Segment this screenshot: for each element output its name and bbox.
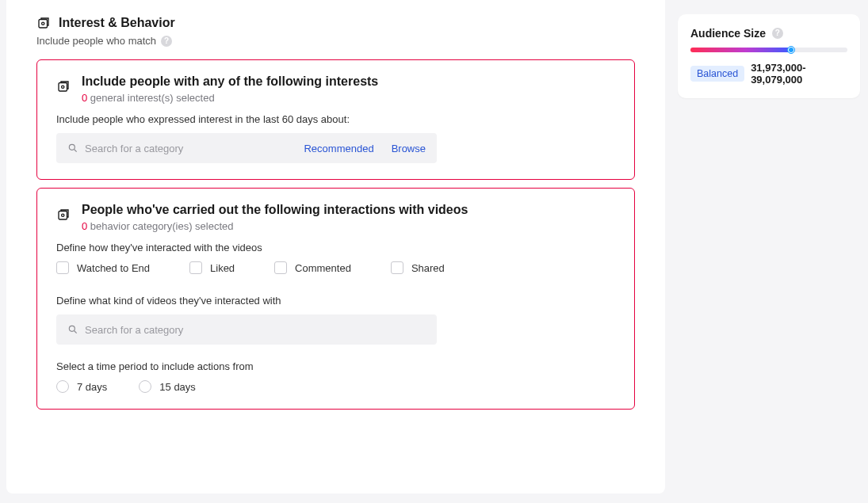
svg-point-7 (69, 326, 75, 331)
target-icon (36, 16, 51, 30)
help-icon[interactable]: ? (772, 28, 783, 39)
radio-15days[interactable]: 15 days (139, 380, 196, 393)
browse-link[interactable]: Browse (392, 143, 426, 154)
audience-range: 31,973,000-39,079,000 (751, 62, 847, 86)
section-subtitle: Include people who match ? (36, 35, 635, 47)
video-kind-label: Define what kind of videos they've inter… (56, 295, 615, 307)
svg-rect-5 (59, 211, 67, 220)
checkbox-shared[interactable]: Shared (391, 261, 445, 274)
audience-badge: Balanced (690, 66, 744, 82)
svg-point-4 (69, 144, 75, 150)
section-title: Interest & Behavior (59, 16, 175, 30)
interests-title: Include people with any of the following… (82, 74, 378, 89)
audience-panel: Audience Size ? Balanced 31,973,000-39,0… (678, 14, 860, 98)
section-header: Interest & Behavior (36, 16, 635, 30)
behaviors-title: People who've carried out the following … (82, 203, 468, 217)
interests-card: Include people with any of the following… (36, 59, 635, 180)
svg-point-6 (62, 214, 64, 216)
help-icon[interactable]: ? (161, 36, 172, 47)
interests-search-row: Recommended Browse (56, 133, 437, 163)
audience-size-info: Balanced 31,973,000-39,079,000 (690, 62, 847, 86)
interaction-label: Define how they've interacted with the v… (56, 242, 615, 253)
checkbox-shared-input[interactable] (391, 261, 403, 274)
checkbox-commented-input[interactable] (274, 261, 287, 274)
target-icon (56, 74, 71, 93)
audience-size-fill (690, 48, 791, 52)
radio-7days[interactable]: 7 days (56, 380, 107, 393)
side-panel: Audience Size ? Balanced 31,973,000-39,0… (678, 0, 868, 503)
behaviors-count: 0 behavior category(ies) selected (82, 220, 468, 232)
svg-rect-2 (59, 83, 67, 92)
radio-7days-input[interactable] (56, 380, 69, 393)
checkbox-liked[interactable]: Liked (189, 261, 235, 274)
interests-count: 0 general interest(s) selected (82, 92, 378, 104)
search-icon (67, 324, 78, 335)
main-panel: Interest & Behavior Include people who m… (6, 0, 665, 493)
period-radios: 7 days 15 days (56, 380, 615, 393)
radio-15days-input[interactable] (139, 380, 151, 393)
behaviors-search-input[interactable] (85, 324, 426, 336)
search-icon (67, 143, 78, 154)
svg-rect-0 (39, 20, 48, 29)
target-icon (56, 203, 71, 222)
audience-title: Audience Size ? (690, 27, 847, 40)
behaviors-card: People who've carried out the following … (36, 188, 635, 410)
behaviors-search-row (56, 314, 437, 345)
period-label: Select a time period to include actions … (56, 360, 615, 372)
audience-size-thumb (787, 46, 795, 54)
audience-size-bar (690, 48, 847, 52)
interests-prompt: Include people who expressed interest in… (56, 113, 615, 125)
checkbox-commented[interactable]: Commented (274, 261, 351, 274)
checkbox-watched[interactable]: Watched to End (56, 261, 150, 274)
svg-point-1 (42, 22, 44, 25)
recommended-link[interactable]: Recommended (304, 143, 373, 154)
interaction-checkboxes: Watched to End Liked Commented Shared (56, 261, 615, 274)
checkbox-watched-input[interactable] (56, 261, 69, 274)
checkbox-liked-input[interactable] (189, 261, 202, 274)
svg-point-3 (62, 86, 64, 88)
interests-search-input[interactable] (85, 143, 297, 154)
